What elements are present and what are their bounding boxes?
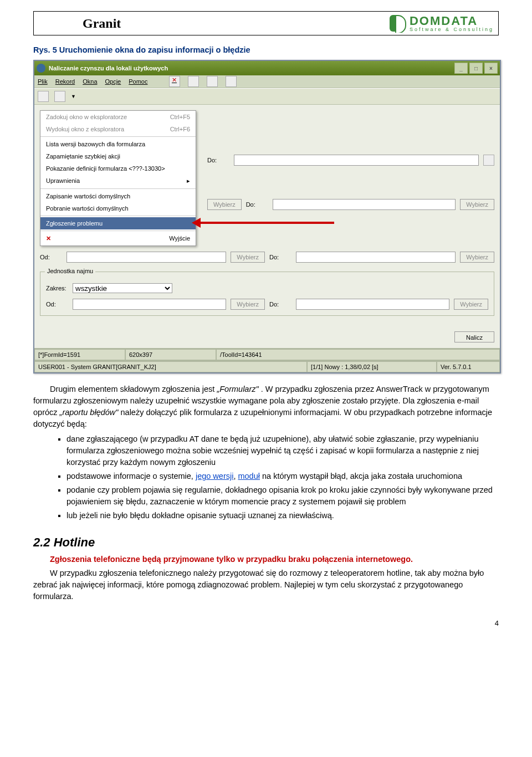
do-label: Do: — [269, 301, 291, 308]
wybierz-button[interactable]: Wybierz — [460, 252, 494, 263]
link-modul[interactable]: moduł — [238, 472, 260, 480]
window-titlebar: Naliczanie czynszu dla lokali użytkowych… — [34, 61, 500, 75]
figure-caption: Rys. 5 Uruchomienie okna do zapisu infor… — [33, 45, 499, 54]
menu-item-zgloszenie[interactable]: Zgłoszenie problemu — [40, 217, 196, 229]
do-input[interactable] — [234, 155, 479, 166]
menu-item[interactable]: Lista wersji bazowych dla formularza — [40, 138, 196, 150]
od-label: Od: — [46, 301, 68, 308]
do-label: Do: — [207, 157, 229, 163]
app-icon — [37, 64, 45, 73]
do-label: Do: — [269, 254, 291, 260]
p2: W przypadku zgłoszenia telefonicznego na… — [33, 567, 499, 602]
toolbar-btn[interactable] — [38, 91, 49, 102]
p1a: Drugim elementem składowym zgłoszenia je… — [50, 385, 217, 393]
do-label: Do: — [246, 201, 268, 208]
minimize-button[interactable]: _ — [454, 63, 468, 74]
close-button[interactable]: × — [484, 63, 498, 74]
do-input[interactable] — [273, 199, 456, 210]
logo-icon — [388, 14, 407, 33]
menu-item[interactable]: Zapisanie wartości domyślnych — [40, 190, 196, 202]
p1b: „Formularz" — [217, 385, 258, 393]
link-jego-wersji[interactable]: jego wersji — [196, 472, 234, 480]
status-toolid: /ToolId=143641 — [216, 349, 500, 360]
menu-opcje[interactable]: Opcje — [105, 78, 121, 85]
menubar: Plik Rekord Okna Opcje Pomoc ✕ — [34, 75, 500, 88]
toolbar-btn[interactable] — [54, 91, 65, 102]
toolbar-icon[interactable] — [207, 76, 218, 87]
window-title: Naliczanie czynszu dla lokali użytkowych — [49, 65, 168, 71]
menu-item[interactable]: Zapamiętanie szybkiej akcji — [40, 150, 196, 162]
wybierz-button[interactable]: Wybierz — [460, 199, 494, 210]
menu-item[interactable]: Pokazanie definicji formularza <???-1303… — [40, 162, 196, 175]
status-user: USER001 - System GRANIT[GRANIT_KJ2] — [34, 361, 307, 372]
list-item: podanie czy problem pojawia się regularn… — [66, 484, 499, 508]
doc-title: Granit — [38, 16, 121, 31]
wybierz-button[interactable]: Wybierz — [207, 199, 242, 210]
wybierz-button[interactable]: Wybierz — [231, 252, 265, 263]
section-heading: 2.2 Hotline — [33, 534, 499, 551]
status-nowy: [1/1] Nowy : 1,38/0,02 [s] — [307, 361, 437, 372]
menu-rekord[interactable]: Rekord — [55, 78, 75, 85]
menu-okna[interactable]: Okna — [83, 78, 97, 85]
list-item: podstawowe informacje o systemie, jego w… — [66, 470, 499, 482]
logo-name: DOMDATA — [410, 15, 494, 27]
nalicz-button[interactable]: Nalicz — [454, 331, 494, 342]
menu-item[interactable]: Pobranie wartości domyślnych — [40, 202, 196, 214]
status-dims: 620x397 — [125, 349, 216, 360]
page-header: Granit DOMDATA Software & Consulting — [33, 11, 499, 35]
menu-item[interactable]: Uprawnienia — [40, 175, 196, 187]
page-number: 4 — [33, 619, 499, 627]
menu-plik[interactable]: Plik — [38, 78, 48, 85]
od-input[interactable] — [66, 252, 226, 263]
wybierz-button[interactable]: Wybierz — [231, 299, 265, 310]
zakres-select[interactable]: wszystkie — [73, 283, 172, 293]
status-bar-2: USER001 - System GRANIT[GRANIT_KJ2] [1/1… — [34, 360, 500, 372]
group-title: Jednostka najmu — [45, 268, 95, 274]
group-jednostka: Jednostka najmu Zakres: wszystkie Od: Wy… — [40, 272, 494, 316]
p1d: „raportu błędów" — [60, 408, 119, 417]
callout-arrow-icon — [196, 222, 334, 224]
toolbar-icon[interactable] — [188, 76, 199, 87]
list-item: lub jeżeli nie było błędu dokładne opisa… — [66, 510, 499, 521]
hotline-notice: Zgłoszenia telefoniczne będą przyjmowane… — [33, 554, 499, 565]
status-version: Ver. 5.7.0.1 — [437, 361, 500, 372]
toolbar-stop-icon[interactable]: ✕ — [169, 76, 180, 87]
wybierz-button[interactable]: Wybierz — [454, 299, 488, 310]
do-input[interactable] — [296, 252, 456, 263]
picker-icon[interactable] — [483, 155, 494, 166]
maximize-button[interactable]: □ — [469, 63, 483, 74]
zakres-label: Zakres: — [46, 285, 68, 291]
toolbar: ▼ — [34, 88, 500, 105]
od-input[interactable] — [73, 299, 226, 310]
menu-pomoc[interactable]: Pomoc — [129, 78, 147, 85]
menu-item[interactable]: Wydokuj okno z eksploratoraCtrl+F6 — [40, 123, 196, 135]
domdata-logo: DOMDATA Software & Consulting — [388, 14, 494, 33]
logo-sub: Software & Consulting — [410, 27, 494, 32]
od-label: Od: — [40, 254, 62, 260]
status-formid: [*]FormId=1591 — [34, 349, 125, 360]
status-bar-1: [*]FormId=1591 620x397 /ToolId=143641 — [34, 348, 500, 360]
opcje-dropdown: Zadokuj okno w eksploratorzeCtrl+F5 Wydo… — [40, 110, 196, 246]
menu-item[interactable]: Zadokuj okno w eksploratorzeCtrl+F5 — [40, 111, 196, 123]
body-text: Drugim elementem składowym zgłoszenia je… — [33, 383, 499, 602]
app-screenshot: Naliczanie czynszu dla lokali użytkowych… — [33, 60, 501, 374]
menu-item-exit[interactable]: ✕Wyjście — [40, 232, 196, 245]
list-item: dane zgłaszającego (w przypadku AT dane … — [66, 433, 499, 468]
do-input[interactable] — [296, 299, 449, 310]
toolbar-icon[interactable] — [226, 76, 237, 87]
